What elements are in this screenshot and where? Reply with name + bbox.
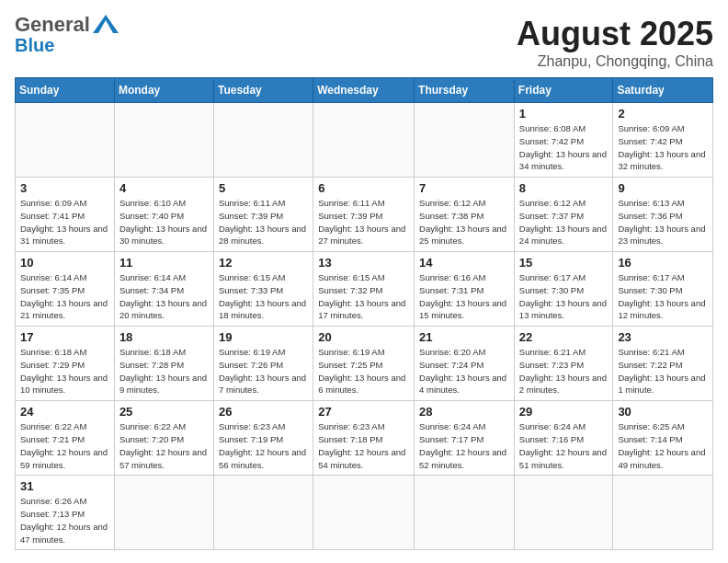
day-number: 27	[318, 405, 409, 419]
day-number: 16	[618, 256, 708, 270]
calendar-cell: 28Sunrise: 6:24 AM Sunset: 7:17 PM Dayli…	[415, 401, 515, 476]
calendar-cell: 5Sunrise: 6:11 AM Sunset: 7:39 PM Daylig…	[213, 178, 313, 252]
day-info: Sunrise: 6:11 AM Sunset: 7:39 PM Dayligh…	[318, 197, 409, 247]
calendar-cell: 13Sunrise: 6:15 AM Sunset: 7:32 PM Dayli…	[313, 252, 415, 327]
calendar-cell	[114, 476, 213, 550]
calendar-cell: 3Sunrise: 6:09 AM Sunset: 7:41 PM Daylig…	[16, 178, 115, 252]
day-number: 26	[219, 405, 308, 419]
weekday-header-monday: Monday	[114, 78, 213, 103]
calendar-cell: 16Sunrise: 6:17 AM Sunset: 7:30 PM Dayli…	[613, 252, 713, 327]
day-number: 7	[419, 181, 509, 195]
day-number: 29	[519, 405, 609, 419]
day-number: 15	[519, 256, 609, 270]
calendar-cell: 7Sunrise: 6:12 AM Sunset: 7:38 PM Daylig…	[415, 178, 515, 252]
calendar-cell: 11Sunrise: 6:14 AM Sunset: 7:34 PM Dayli…	[114, 252, 213, 327]
day-number: 19	[219, 330, 308, 344]
day-info: Sunrise: 6:12 AM Sunset: 7:37 PM Dayligh…	[519, 197, 609, 247]
calendar-cell	[114, 103, 213, 178]
calendar-cell: 24Sunrise: 6:22 AM Sunset: 7:21 PM Dayli…	[16, 401, 115, 476]
day-info: Sunrise: 6:22 AM Sunset: 7:21 PM Dayligh…	[20, 420, 109, 471]
calendar-cell	[213, 103, 313, 178]
day-info: Sunrise: 6:25 AM Sunset: 7:14 PM Dayligh…	[618, 420, 708, 471]
weekday-header-tuesday: Tuesday	[213, 78, 313, 103]
day-info: Sunrise: 6:21 AM Sunset: 7:23 PM Dayligh…	[519, 346, 609, 396]
calendar-row-2: 3Sunrise: 6:09 AM Sunset: 7:41 PM Daylig…	[16, 178, 713, 252]
day-info: Sunrise: 6:14 AM Sunset: 7:34 PM Dayligh…	[119, 271, 209, 322]
day-info: Sunrise: 6:26 AM Sunset: 7:13 PM Dayligh…	[20, 495, 109, 546]
calendar-table: SundayMondayTuesdayWednesdayThursdayFrid…	[15, 77, 713, 550]
day-number: 13	[318, 256, 409, 270]
day-number: 17	[20, 330, 109, 344]
calendar-cell: 25Sunrise: 6:22 AM Sunset: 7:20 PM Dayli…	[114, 401, 213, 476]
logo-general-text: General	[15, 15, 90, 35]
day-info: Sunrise: 6:23 AM Sunset: 7:18 PM Dayligh…	[318, 420, 409, 471]
calendar-cell: 10Sunrise: 6:14 AM Sunset: 7:35 PM Dayli…	[16, 252, 115, 327]
calendar-cell: 30Sunrise: 6:25 AM Sunset: 7:14 PM Dayli…	[613, 401, 713, 476]
weekday-header-wednesday: Wednesday	[313, 78, 415, 103]
calendar-cell: 29Sunrise: 6:24 AM Sunset: 7:16 PM Dayli…	[514, 401, 613, 476]
day-number: 11	[119, 256, 209, 270]
day-info: Sunrise: 6:13 AM Sunset: 7:36 PM Dayligh…	[618, 197, 708, 247]
day-number: 1	[519, 107, 609, 121]
calendar-cell: 4Sunrise: 6:10 AM Sunset: 7:40 PM Daylig…	[114, 178, 213, 252]
day-info: Sunrise: 6:09 AM Sunset: 7:41 PM Dayligh…	[20, 197, 109, 247]
calendar-row-1: 1Sunrise: 6:08 AM Sunset: 7:42 PM Daylig…	[16, 103, 713, 178]
calendar-cell: 1Sunrise: 6:08 AM Sunset: 7:42 PM Daylig…	[514, 103, 613, 178]
day-number: 5	[219, 181, 308, 195]
calendar-cell: 19Sunrise: 6:19 AM Sunset: 7:26 PM Dayli…	[213, 327, 313, 401]
calendar-cell: 14Sunrise: 6:16 AM Sunset: 7:31 PM Dayli…	[415, 252, 515, 327]
calendar-cell: 2Sunrise: 6:09 AM Sunset: 7:42 PM Daylig…	[613, 103, 713, 178]
calendar-cell	[514, 476, 613, 550]
day-number: 14	[419, 256, 509, 270]
weekday-header-saturday: Saturday	[613, 78, 713, 103]
day-number: 10	[20, 256, 109, 270]
day-number: 9	[618, 181, 708, 195]
day-number: 21	[419, 330, 509, 344]
day-number: 4	[119, 181, 209, 195]
logo-blue-text: Blue	[15, 35, 54, 56]
page-header: General Blue August 2025 Zhanpu, Chongqi…	[15, 15, 713, 70]
calendar-cell: 31Sunrise: 6:26 AM Sunset: 7:13 PM Dayli…	[16, 476, 115, 550]
logo-icon	[93, 15, 119, 33]
day-number: 18	[119, 330, 209, 344]
calendar-row-4: 17Sunrise: 6:18 AM Sunset: 7:29 PM Dayli…	[16, 327, 713, 401]
day-info: Sunrise: 6:24 AM Sunset: 7:17 PM Dayligh…	[419, 420, 509, 471]
day-number: 8	[519, 181, 609, 195]
calendar-cell: 15Sunrise: 6:17 AM Sunset: 7:30 PM Dayli…	[514, 252, 613, 327]
day-number: 23	[618, 330, 708, 344]
day-number: 31	[20, 479, 109, 493]
calendar-cell: 6Sunrise: 6:11 AM Sunset: 7:39 PM Daylig…	[313, 178, 415, 252]
day-info: Sunrise: 6:20 AM Sunset: 7:24 PM Dayligh…	[419, 346, 509, 396]
day-info: Sunrise: 6:17 AM Sunset: 7:30 PM Dayligh…	[519, 271, 609, 322]
day-info: Sunrise: 6:08 AM Sunset: 7:42 PM Dayligh…	[519, 122, 609, 173]
day-number: 3	[20, 181, 109, 195]
day-number: 25	[119, 405, 209, 419]
calendar-cell	[313, 103, 415, 178]
day-info: Sunrise: 6:23 AM Sunset: 7:19 PM Dayligh…	[219, 420, 308, 471]
calendar-cell: 17Sunrise: 6:18 AM Sunset: 7:29 PM Dayli…	[16, 327, 115, 401]
weekday-header-row: SundayMondayTuesdayWednesdayThursdayFrid…	[16, 78, 713, 103]
day-number: 30	[618, 405, 708, 419]
calendar-cell: 9Sunrise: 6:13 AM Sunset: 7:36 PM Daylig…	[613, 178, 713, 252]
calendar-cell: 22Sunrise: 6:21 AM Sunset: 7:23 PM Dayli…	[514, 327, 613, 401]
day-info: Sunrise: 6:18 AM Sunset: 7:29 PM Dayligh…	[20, 346, 109, 396]
logo: General Blue	[15, 15, 119, 56]
calendar-row-6: 31Sunrise: 6:26 AM Sunset: 7:13 PM Dayli…	[16, 476, 713, 550]
calendar-row-5: 24Sunrise: 6:22 AM Sunset: 7:21 PM Dayli…	[16, 401, 713, 476]
calendar-cell: 26Sunrise: 6:23 AM Sunset: 7:19 PM Dayli…	[213, 401, 313, 476]
title-area: August 2025 Zhanpu, Chongqing, China	[517, 15, 713, 70]
calendar-cell	[415, 103, 515, 178]
day-info: Sunrise: 6:21 AM Sunset: 7:22 PM Dayligh…	[618, 346, 708, 396]
day-info: Sunrise: 6:10 AM Sunset: 7:40 PM Dayligh…	[119, 197, 209, 247]
day-info: Sunrise: 6:11 AM Sunset: 7:39 PM Dayligh…	[219, 197, 308, 247]
day-number: 20	[318, 330, 409, 344]
day-number: 12	[219, 256, 308, 270]
day-info: Sunrise: 6:14 AM Sunset: 7:35 PM Dayligh…	[20, 271, 109, 322]
day-info: Sunrise: 6:22 AM Sunset: 7:20 PM Dayligh…	[119, 420, 209, 471]
day-info: Sunrise: 6:12 AM Sunset: 7:38 PM Dayligh…	[419, 197, 509, 247]
day-info: Sunrise: 6:19 AM Sunset: 7:25 PM Dayligh…	[318, 346, 409, 396]
day-info: Sunrise: 6:18 AM Sunset: 7:28 PM Dayligh…	[119, 346, 209, 396]
calendar-cell: 20Sunrise: 6:19 AM Sunset: 7:25 PM Dayli…	[313, 327, 415, 401]
calendar-cell: 21Sunrise: 6:20 AM Sunset: 7:24 PM Dayli…	[415, 327, 515, 401]
month-title: August 2025	[517, 15, 713, 53]
